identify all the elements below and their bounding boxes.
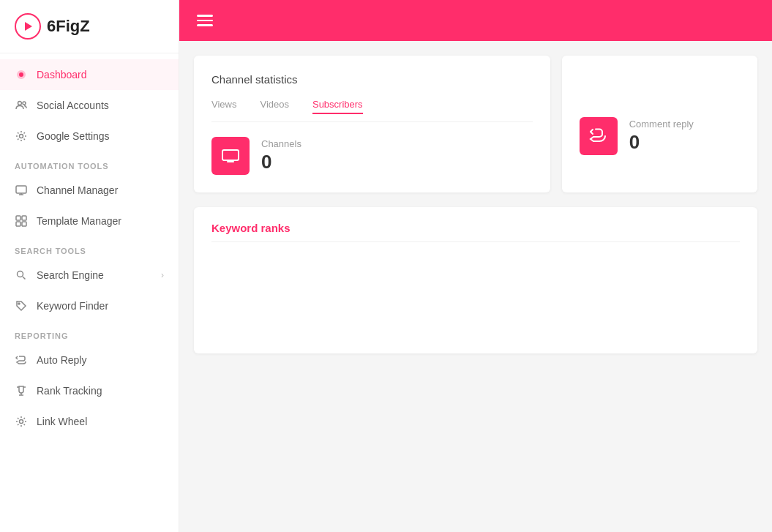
tab-subscribers[interactable]: Subscribers bbox=[312, 99, 363, 114]
channel-stats-card: Channel statistics Views Videos Subscrib… bbox=[194, 56, 550, 192]
comment-reply-card: Comment reply 0 bbox=[562, 56, 757, 192]
svg-rect-6 bbox=[16, 186, 26, 193]
content-area: Channel statistics Views Videos Subscrib… bbox=[179, 41, 772, 532]
stats-row: Channel statistics Views Videos Subscrib… bbox=[194, 56, 757, 192]
comment-reply-value: 0 bbox=[629, 131, 694, 154]
sidebar-item-social-label: Social Accounts bbox=[37, 100, 109, 111]
sidebar-item-social-accounts[interactable]: Social Accounts bbox=[0, 90, 179, 121]
svg-point-13 bbox=[20, 420, 23, 424]
reporting-label: REPORTING bbox=[0, 321, 179, 345]
sidebar-item-search-label: Search Engine bbox=[37, 269, 104, 281]
svg-rect-7 bbox=[16, 216, 20, 220]
comment-reply-info: Comment reply 0 bbox=[629, 119, 694, 154]
channel-stats-title: Channel statistics bbox=[211, 73, 533, 86]
monitor-icon bbox=[15, 184, 28, 197]
sidebar-item-rank-tracking[interactable]: Rank Tracking bbox=[0, 375, 179, 406]
channels-label: Channels bbox=[261, 138, 301, 149]
sidebar-item-auto-reply-label: Auto Reply bbox=[37, 354, 86, 366]
search-icon bbox=[15, 269, 28, 282]
sidebar-item-rank-label: Rank Tracking bbox=[37, 385, 102, 397]
home-icon bbox=[15, 68, 28, 81]
topbar bbox=[179, 0, 772, 41]
keyword-ranks-title: Keyword ranks bbox=[211, 222, 740, 234]
comment-reply-label: Comment reply bbox=[629, 119, 694, 130]
tab-videos[interactable]: Videos bbox=[260, 99, 289, 114]
sidebar-item-google-label: Google Settings bbox=[37, 130, 110, 142]
sidebar-item-template-manager[interactable]: Template Manager bbox=[0, 206, 179, 236]
main-area: Channel statistics Views Videos Subscrib… bbox=[179, 0, 772, 532]
google-settings-icon bbox=[15, 130, 28, 143]
sidebar-logo: 6FigZ bbox=[0, 0, 179, 53]
grid-icon bbox=[15, 214, 28, 228]
svg-point-5 bbox=[20, 135, 23, 138]
svg-point-3 bbox=[18, 102, 22, 105]
svg-point-2 bbox=[19, 72, 23, 77]
svg-rect-14 bbox=[222, 150, 239, 160]
tab-views[interactable]: Views bbox=[211, 99, 236, 114]
sidebar: 6FigZ Dashboard Social A bbox=[0, 0, 179, 532]
keyword-divider bbox=[211, 241, 740, 242]
channels-value: 0 bbox=[261, 151, 301, 173]
sidebar-item-google-settings[interactable]: Google Settings bbox=[0, 121, 179, 151]
chevron-right-icon: › bbox=[161, 270, 164, 280]
sidebar-item-link-wheel[interactable]: Link Wheel bbox=[0, 406, 179, 437]
users-icon bbox=[15, 99, 28, 112]
tag-icon bbox=[15, 299, 28, 312]
sidebar-item-dashboard[interactable]: Dashboard bbox=[0, 59, 179, 90]
reply-icon bbox=[15, 353, 28, 367]
svg-marker-0 bbox=[25, 22, 32, 31]
svg-point-12 bbox=[18, 303, 20, 304]
logo-icon bbox=[15, 13, 41, 40]
svg-rect-8 bbox=[22, 216, 26, 220]
channels-info: Channels 0 bbox=[261, 138, 301, 173]
comment-reply-icon-box bbox=[580, 117, 618, 155]
sidebar-item-channel-label: Channel Manager bbox=[37, 184, 118, 196]
sidebar-item-channel-manager[interactable]: Channel Manager bbox=[0, 175, 179, 206]
keyword-ranks-card: Keyword ranks bbox=[194, 207, 757, 353]
svg-rect-10 bbox=[22, 222, 26, 226]
sidebar-item-auto-reply[interactable]: Auto Reply bbox=[0, 345, 179, 375]
svg-point-11 bbox=[18, 271, 23, 277]
hamburger-menu[interactable] bbox=[194, 12, 216, 29]
gear-icon bbox=[15, 415, 28, 428]
sidebar-item-link-wheel-label: Link Wheel bbox=[37, 416, 87, 427]
sidebar-item-keyword-finder[interactable]: Keyword Finder bbox=[0, 291, 179, 321]
comment-reply-stat: Comment reply 0 bbox=[580, 117, 740, 155]
channels-stat: Channels 0 bbox=[211, 137, 533, 175]
sidebar-item-template-label: Template Manager bbox=[37, 215, 121, 227]
stats-tabs: Views Videos Subscribers bbox=[211, 99, 533, 122]
automation-tools-label: AUTOMATION TOOLS bbox=[0, 151, 179, 175]
channels-icon-box bbox=[211, 137, 250, 175]
app-name: 6FigZ bbox=[47, 17, 90, 36]
svg-point-4 bbox=[23, 102, 26, 105]
search-tools-label: SEARCH TOOLS bbox=[0, 236, 179, 260]
sidebar-item-search-engine[interactable]: Search Engine › bbox=[0, 260, 179, 291]
sidebar-item-dashboard-label: Dashboard bbox=[37, 69, 87, 80]
trophy-icon bbox=[15, 384, 28, 397]
sidebar-item-keyword-label: Keyword Finder bbox=[37, 300, 108, 312]
svg-rect-9 bbox=[16, 222, 20, 226]
sidebar-nav: Dashboard Social Accounts bbox=[0, 53, 179, 532]
